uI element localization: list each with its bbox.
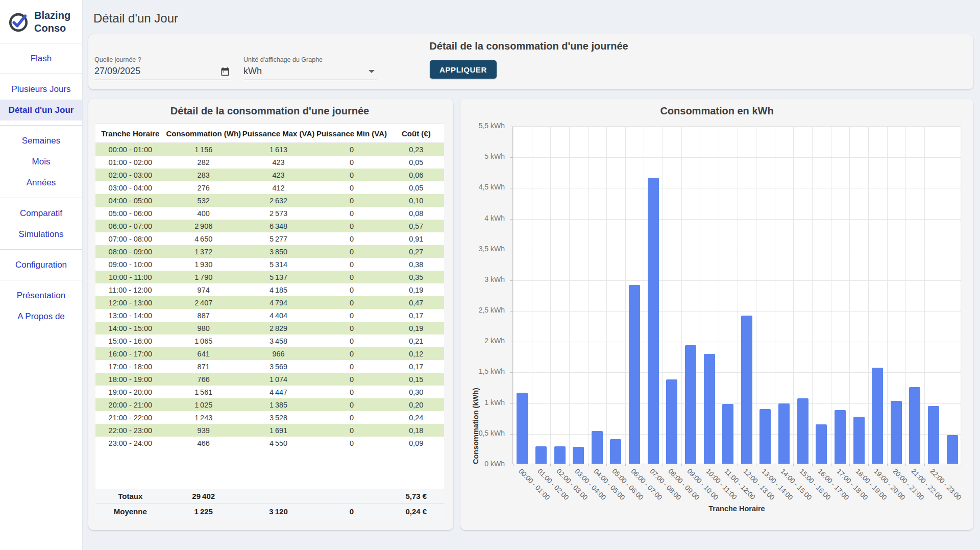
table-row: 08:00 - 09:001 3723 85000,27: [95, 245, 444, 258]
table-cell: 0: [315, 299, 388, 307]
y-axis-tick-label: 5,5 kWh: [460, 122, 509, 130]
sidebar-item-plusieurs-jours[interactable]: Plusieurs Jours: [0, 79, 82, 100]
v-gridline: [812, 127, 813, 464]
table-cell: 0: [315, 507, 388, 516]
chart-bar[interactable]: [909, 387, 920, 464]
x-tick: [831, 464, 831, 466]
chart-bar[interactable]: [741, 316, 752, 464]
chart-bar[interactable]: [666, 379, 677, 464]
chart-bar[interactable]: [797, 398, 808, 464]
table-cell: 2 632: [242, 197, 315, 205]
chart-bar[interactable]: [853, 417, 865, 464]
chart-bar[interactable]: [722, 404, 733, 464]
sidebar-item-semaines[interactable]: Semaines: [0, 130, 82, 151]
chart-bar[interactable]: [872, 368, 883, 464]
sidebar-item-configuration[interactable]: Configuration: [0, 254, 82, 275]
chart-bar[interactable]: [835, 410, 846, 464]
sidebar-item-d-tail-d-un-jour[interactable]: Détail d'un Jour: [0, 100, 82, 121]
chart-bar[interactable]: [704, 354, 715, 464]
y-axis-tick-label: 1 kWh: [460, 398, 509, 406]
chart-bar[interactable]: [816, 424, 827, 464]
chart-bar[interactable]: [517, 393, 528, 464]
table-cell: 0,27: [388, 248, 444, 256]
date-input[interactable]: 27/09/2025: [94, 66, 140, 77]
table-cell: 06:00 - 07:00: [95, 222, 165, 230]
v-gridline: [756, 127, 756, 464]
table-cell: 0: [315, 414, 388, 422]
sidebar: Blazing Conso FlashPlusieurs JoursDétail…: [0, 0, 83, 550]
chart-bar[interactable]: [947, 435, 958, 464]
table-average-row: Moyenne1 2253 12000,24 €: [95, 503, 444, 519]
chart-bar[interactable]: [928, 406, 939, 464]
table-cell: 0: [315, 439, 388, 447]
table-cell: 0,18: [388, 426, 444, 435]
v-gridline: [887, 127, 888, 464]
table-row: 19:00 - 20:001 5614 44700,30: [95, 386, 444, 398]
chart-bar[interactable]: [629, 285, 640, 464]
column-header: Coût (€): [388, 129, 444, 138]
unit-select-field[interactable]: Unité d'affichage du Graphe kWh: [243, 56, 377, 80]
table-title: Détail de la consommation d'une journée: [95, 105, 444, 117]
chart-bar[interactable]: [535, 446, 547, 464]
h-gridline: [513, 372, 961, 373]
chart-bar[interactable]: [554, 446, 566, 464]
table-cell: 4 550: [242, 439, 315, 447]
table-cell: 09:00 - 10:00: [95, 260, 165, 269]
table-cell: 423: [242, 171, 315, 179]
chart-bar[interactable]: [891, 401, 902, 464]
h-gridline: [513, 250, 961, 250]
chevron-down-icon[interactable]: [369, 70, 375, 73]
chart-bar[interactable]: [573, 447, 584, 464]
table-row: 06:00 - 07:002 9066 34800,57: [95, 220, 444, 232]
table-row: 02:00 - 03:0028342300,06: [95, 169, 444, 181]
table-cell: 00:00 - 01:00: [95, 146, 165, 154]
chart-bar[interactable]: [685, 345, 696, 464]
table-cell: 0: [315, 146, 388, 154]
sidebar-nav: FlashPlusieurs JoursDétail d'un JourSema…: [0, 43, 82, 331]
sidebar-item-pr-sentation[interactable]: Présentation: [0, 285, 82, 306]
chart-bar[interactable]: [648, 178, 659, 464]
table-cell: 5 314: [242, 260, 315, 269]
table-cell: 0: [315, 324, 388, 332]
y-axis-tick-label: 2 kWh: [460, 337, 509, 345]
logo[interactable]: Blazing Conso: [0, 0, 82, 43]
table-cell: 1 156: [165, 146, 242, 154]
sidebar-item-flash[interactable]: Flash: [0, 48, 82, 69]
x-tick: [532, 464, 532, 466]
y-axis-tick-label: 2,5 kWh: [460, 306, 509, 314]
apply-button[interactable]: APPLIQUER: [430, 60, 497, 79]
sidebar-item-mois[interactable]: Mois: [0, 151, 82, 172]
table-cell: 0,17: [388, 363, 444, 371]
x-tick: [775, 464, 775, 466]
table-cell: 0,15: [388, 375, 444, 384]
calendar-icon[interactable]: [220, 66, 230, 77]
y-tick: [510, 127, 513, 127]
y-axis-tick-label: 0,5 kWh: [460, 429, 509, 437]
table-cell: 12:00 - 13:00: [95, 299, 165, 307]
consumption-table-card: Détail de la consommation d'une journée …: [88, 99, 453, 530]
form-fields: Quelle journée ? 27/09/2025 Unité d'affi…: [94, 56, 963, 80]
table-row: 18:00 - 19:007661 07400,15: [95, 373, 444, 386]
table-cell: 0,21: [388, 337, 444, 345]
table-cell: 19:00 - 20:00: [95, 388, 165, 396]
chart-bar[interactable]: [592, 431, 603, 464]
table-cell: 1 385: [242, 401, 315, 409]
sidebar-item-a-propos-de[interactable]: A Propos de: [0, 306, 82, 327]
sidebar-item-comparatif[interactable]: Comparatif: [0, 203, 82, 224]
chart-bar[interactable]: [610, 439, 621, 464]
chart-bar[interactable]: [760, 409, 771, 464]
y-tick: [510, 465, 513, 465]
table-cell: 1 243: [165, 414, 242, 422]
chart-bar[interactable]: [778, 403, 790, 464]
y-tick: [510, 219, 513, 220]
sidebar-item-simulations[interactable]: Simulations: [0, 224, 82, 245]
form-title: Détail de la consommation d'une journée: [94, 40, 963, 52]
table-cell: 1 613: [242, 146, 315, 154]
sidebar-item-ann-es[interactable]: Années: [0, 172, 82, 193]
table-cell: 974: [165, 286, 242, 294]
sidebar-group: Configuration: [0, 250, 82, 280]
unit-select-value[interactable]: kWh: [243, 66, 262, 77]
date-field[interactable]: Quelle journée ? 27/09/2025: [94, 56, 230, 80]
sidebar-group: SemainesMoisAnnées: [0, 126, 82, 198]
table-row: 23:00 - 24:004664 55000,09: [95, 437, 444, 449]
